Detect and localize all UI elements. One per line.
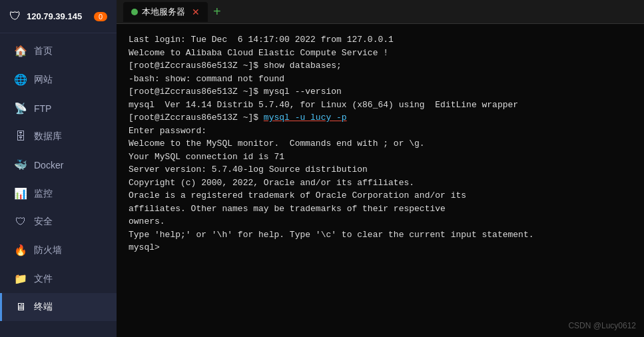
sidebar-item-ftp[interactable]: 📡 FTP bbox=[0, 94, 117, 123]
sidebar-label-security: 安全 bbox=[34, 216, 53, 228]
sidebar-label-files: 文件 bbox=[34, 273, 53, 285]
server-icon: 🛡 bbox=[9, 9, 21, 23]
terminal-line: Enter password: bbox=[129, 125, 632, 138]
sidebar-label-docker: Docker bbox=[34, 160, 63, 170]
security-icon: 🛡 bbox=[14, 216, 27, 228]
sidebar-item-firewall[interactable]: 🔥 防火墙 bbox=[0, 236, 117, 264]
docker-icon: 🐳 bbox=[14, 159, 27, 171]
terminal-line: Welcome to Alibaba Cloud Elastic Compute… bbox=[129, 47, 632, 60]
sidebar-label-home: 首页 bbox=[34, 45, 53, 57]
terminal-line: Welcome to the MySQL monitor. Commands e… bbox=[129, 137, 632, 151]
server-ip: 120.79.39.145 bbox=[27, 11, 94, 21]
terminal-line: Your MySQL connection id is 71 bbox=[129, 151, 632, 164]
terminal-line: Server version: 5.7.40-log Source distri… bbox=[129, 163, 632, 176]
firewall-icon: 🔥 bbox=[14, 244, 27, 256]
terminal-output[interactable]: Last login: Tue Dec 6 14:17:00 2022 from… bbox=[117, 24, 644, 337]
notification-badge: 0 bbox=[94, 12, 107, 21]
sidebar-item-docker[interactable]: 🐳 Docker bbox=[0, 151, 117, 179]
tab-close-button[interactable]: ✕ bbox=[192, 7, 200, 17]
files-icon: 📁 bbox=[14, 272, 27, 285]
sidebar-label-monitor: 监控 bbox=[34, 188, 53, 200]
terminal-line: mysql Ver 14.14 Distrib 5.7.40, for Linu… bbox=[129, 99, 632, 112]
terminal-line: Copyright (c) 2000, 2022, Oracle and/or … bbox=[129, 176, 632, 190]
database-icon: 🗄 bbox=[14, 131, 27, 143]
sidebar-item-security[interactable]: 🛡 安全 bbox=[0, 208, 117, 236]
monitor-icon: 📊 bbox=[14, 187, 27, 200]
terminal-line: -bash: show: command not found bbox=[129, 73, 632, 86]
tab-label: 本地服务器 bbox=[142, 6, 185, 18]
sidebar-label-website: 网站 bbox=[34, 74, 53, 86]
sidebar-label-firewall: 防火墙 bbox=[34, 244, 62, 256]
sidebar-nav: 🏠 首页 🌐 网站 📡 FTP 🗄 数据库 🐳 Docker 📊 监控 🛡 安全 bbox=[0, 33, 117, 337]
sidebar-item-files[interactable]: 📁 文件 bbox=[0, 264, 117, 293]
sidebar-item-monitor[interactable]: 📊 监控 bbox=[0, 179, 117, 208]
ftp-icon: 📡 bbox=[14, 102, 27, 115]
home-icon: 🏠 bbox=[14, 45, 27, 57]
watermark: CSDN @Lucy0612 bbox=[568, 320, 636, 332]
sidebar: 🛡 120.79.39.145 0 🏠 首页 🌐 网站 📡 FTP 🗄 数据库 … bbox=[0, 0, 117, 337]
terminal-line: owners. bbox=[129, 215, 632, 228]
sidebar-item-website[interactable]: 🌐 网站 bbox=[0, 65, 117, 94]
sidebar-item-database[interactable]: 🗄 数据库 bbox=[0, 123, 117, 151]
terminal-line: Last login: Tue Dec 6 14:17:00 2022 from… bbox=[129, 33, 632, 47]
terminal-line: [root@iZccraus86e513Z ~]$ mysql -u lucy … bbox=[129, 111, 632, 125]
sidebar-header: 🛡 120.79.39.145 0 bbox=[0, 0, 117, 33]
sidebar-label-terminal: 终端 bbox=[34, 301, 53, 313]
tab-local-server[interactable]: 本地服务器 ✕ bbox=[123, 2, 208, 22]
terminal-line: affiliates. Other names may be trademark… bbox=[129, 202, 632, 216]
sidebar-label-database: 数据库 bbox=[34, 131, 62, 143]
tab-add-button[interactable]: + bbox=[210, 4, 224, 19]
website-icon: 🌐 bbox=[14, 73, 27, 86]
tab-bar: 本地服务器 ✕ + bbox=[117, 0, 644, 24]
main-area: 本地服务器 ✕ + Last login: Tue Dec 6 14:17:00… bbox=[117, 0, 644, 337]
tab-status-dot bbox=[131, 9, 138, 15]
terminal-line: Type 'help;' or '\h' for help. Type '\c'… bbox=[129, 228, 632, 242]
terminal-line: [root@iZccraus86e513Z ~]$ mysql --versio… bbox=[129, 85, 632, 99]
terminal-icon: 🖥 bbox=[14, 301, 27, 313]
terminal-line: [root@iZccraus86e513Z ~]$ show databases… bbox=[129, 59, 632, 73]
highlighted-command: mysql -u lucy -p bbox=[264, 113, 347, 123]
terminal-line: mysql> bbox=[129, 241, 632, 254]
sidebar-label-ftp: FTP bbox=[34, 103, 51, 114]
sidebar-item-home[interactable]: 🏠 首页 bbox=[0, 37, 117, 65]
terminal-line: Oracle is a registered trademark of Orac… bbox=[129, 189, 632, 202]
sidebar-item-terminal[interactable]: 🖥 终端 bbox=[0, 293, 117, 321]
